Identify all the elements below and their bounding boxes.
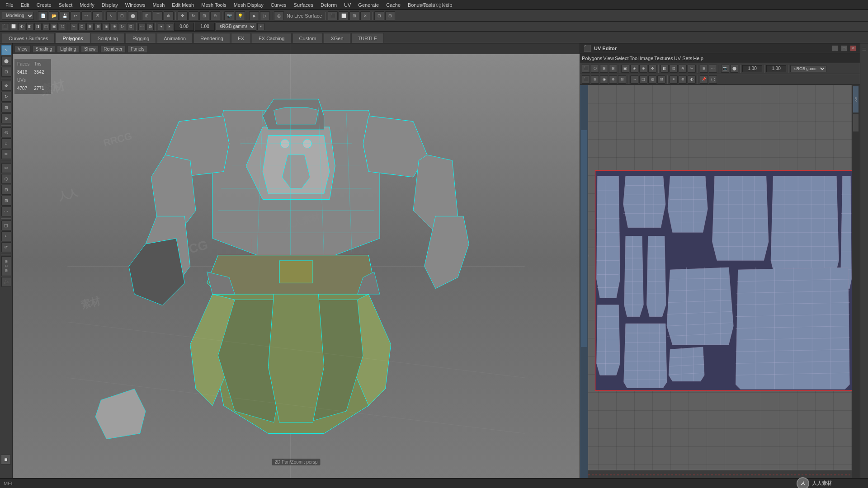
tb-new[interactable]: 📄 xyxy=(38,11,48,20)
menu-edit[interactable]: Edit xyxy=(18,1,32,9)
tb-save[interactable]: 💾 xyxy=(60,11,70,20)
mode-dropdown[interactable]: Modeling xyxy=(2,12,34,20)
uv-tb2-pin[interactable]: 📌 xyxy=(700,75,708,84)
uv-tb1-unfold[interactable]: ≋ xyxy=(679,65,687,73)
uv-canvas[interactable]: UV xyxy=(580,85,860,478)
tb-rotate[interactable]: ↻ xyxy=(189,11,198,20)
tool-crease[interactable]: ◫ xyxy=(1,221,11,230)
uv-tb1-12[interactable]: ⋯ xyxy=(709,65,717,73)
tb2-5[interactable]: ◨ xyxy=(34,23,42,30)
uv-menu-select[interactable]: Select xyxy=(615,56,629,61)
tb-undo[interactable]: ↩ xyxy=(71,11,80,20)
uv-tb2-4[interactable]: ⊕ xyxy=(609,75,617,84)
vp-renderer-btn[interactable]: Renderer xyxy=(100,45,126,53)
tb-icon2[interactable]: ⬜ xyxy=(339,11,349,20)
uv-tb1-cut[interactable]: ✂ xyxy=(688,65,696,73)
tb2-11[interactable]: ⊟ xyxy=(94,23,102,30)
uv-tb2-2[interactable]: ⊞ xyxy=(591,75,599,84)
uv-close-btn[interactable]: ✕ xyxy=(850,45,856,52)
menu-windows[interactable]: Windows xyxy=(123,1,148,9)
uv-tb2-9[interactable]: ⊡ xyxy=(657,75,665,84)
uv-tb2-5[interactable]: ⊟ xyxy=(618,75,626,84)
menu-file[interactable]: File xyxy=(3,1,16,9)
tool-select-arrow[interactable]: ↖ xyxy=(1,45,11,55)
tab-rendering[interactable]: Rendering xyxy=(193,33,230,43)
uv-vtab-1[interactable]: UV xyxy=(853,86,859,113)
tb2-1[interactable]: ⬛ xyxy=(2,23,9,30)
uv-menu-tool[interactable]: Tool xyxy=(630,56,639,61)
menu-cache[interactable]: Cache xyxy=(383,1,403,9)
uv-menu-image[interactable]: Image xyxy=(640,56,654,61)
uv-tb2-8[interactable]: ◍ xyxy=(648,75,656,84)
tb2-2[interactable]: ⬜ xyxy=(10,23,17,30)
tb2-4[interactable]: ◧ xyxy=(26,23,33,30)
tb-icon1[interactable]: ⬛ xyxy=(328,11,338,20)
menu-select[interactable]: Select xyxy=(56,1,75,9)
tab-polygons[interactable]: Polygons xyxy=(56,33,90,43)
tool-universal[interactable]: ⊛ xyxy=(1,113,11,123)
tab-turtle[interactable]: TURTLE xyxy=(351,33,384,43)
tb2-gamma-extra[interactable]: ▾ xyxy=(257,23,264,30)
tool-bevel[interactable]: ⊟ xyxy=(1,185,11,195)
menu-mesh[interactable]: Mesh xyxy=(150,1,167,9)
menu-modify[interactable]: Modify xyxy=(77,1,97,9)
menu-mesh-display[interactable]: Mesh Display xyxy=(231,1,266,9)
uv-tb2-1[interactable]: ⬛ xyxy=(582,75,590,84)
value-input-1[interactable] xyxy=(174,23,194,31)
tb-select-mode[interactable]: ↖ xyxy=(106,11,116,20)
tb2-7[interactable]: ▣ xyxy=(51,23,58,30)
tab-custom[interactable]: Custom xyxy=(292,33,323,43)
uv-tb2-6[interactable]: ⋯ xyxy=(630,75,638,84)
tool-move[interactable]: ✥ xyxy=(1,81,11,91)
tb2-wf[interactable]: ⋯ xyxy=(138,23,146,30)
tb-layout2[interactable]: ⊞ xyxy=(385,11,395,20)
uv-tb1-7[interactable]: ⊕ xyxy=(639,65,647,73)
vp-lighting-btn[interactable]: Lighting xyxy=(57,45,79,53)
uv-tb1-3[interactable]: ⊞ xyxy=(600,65,608,73)
uv-tb1-1[interactable]: ⬛ xyxy=(582,65,590,73)
uv-tb2-3[interactable]: ◉ xyxy=(600,75,608,84)
vp-shading-btn[interactable]: Shading xyxy=(33,45,56,53)
tb-snap-grid[interactable]: ⊞ xyxy=(142,11,152,20)
tb-scale[interactable]: ⊞ xyxy=(199,11,209,20)
tool-sculpt[interactable]: ⌂ xyxy=(1,138,11,148)
tb2-3[interactable]: ◐ xyxy=(18,23,25,30)
tb-move[interactable]: ✥ xyxy=(178,11,188,20)
tb-universal[interactable]: ⊛ xyxy=(210,11,220,20)
uv-maximize-btn[interactable]: □ xyxy=(841,45,847,52)
tb-paint-sel[interactable]: ⬤ xyxy=(128,11,138,20)
menu-display[interactable]: Display xyxy=(99,1,121,9)
tab-sculpting[interactable]: Sculpting xyxy=(91,33,125,43)
menu-generate[interactable]: Generate xyxy=(355,1,382,9)
menu-edit-mesh[interactable]: Edit Mesh xyxy=(169,1,197,9)
uv-minimize-btn[interactable]: _ xyxy=(832,45,838,52)
vp-view-btn[interactable]: View xyxy=(14,45,31,53)
gamma-dropdown[interactable]: sRGB gamma xyxy=(216,23,256,31)
tb2-9[interactable]: ⊡ xyxy=(78,23,85,30)
tb2-14[interactable]: ▷ xyxy=(119,23,126,30)
tool-relax[interactable]: ≈ xyxy=(1,231,11,241)
tool-soft-sel[interactable]: ◎ xyxy=(1,127,11,137)
uv-tb1-camera[interactable]: 📷 xyxy=(721,65,729,73)
vp-show-btn[interactable]: Show xyxy=(81,45,99,53)
tb-redo[interactable]: ↪ xyxy=(81,11,91,20)
tool-spin[interactable]: ⟳ xyxy=(1,242,11,252)
uv-tb2-7[interactable]: ◫ xyxy=(639,75,647,84)
tool-extrude[interactable]: ⊞ xyxy=(1,196,11,206)
tb-snap-curve[interactable]: ⌒ xyxy=(153,11,163,20)
menu-create[interactable]: Create xyxy=(34,1,54,9)
uv-tb1-13[interactable]: ⬤ xyxy=(730,65,738,73)
tb-snap-point[interactable]: ⊕ xyxy=(164,11,174,20)
tb-light[interactable]: 💡 xyxy=(235,11,245,20)
tool-cut[interactable]: ✂ xyxy=(1,163,11,173)
tb-icon3[interactable]: ⊞ xyxy=(349,11,359,20)
menu-deform[interactable]: Deform xyxy=(318,1,340,9)
menu-surfaces[interactable]: Surfaces xyxy=(291,1,316,9)
tb2-15[interactable]: ⊡ xyxy=(127,23,134,30)
tb-history[interactable]: ⏱ xyxy=(92,11,102,20)
menu-uv[interactable]: UV xyxy=(341,1,354,9)
tb2-10[interactable]: ⊞ xyxy=(86,23,94,30)
uv-gamma-dropdown[interactable]: sRGB gamma xyxy=(790,65,826,72)
tb2-12[interactable]: ◉ xyxy=(103,23,110,30)
uv-tb2-11[interactable]: ⊗ xyxy=(679,75,687,84)
